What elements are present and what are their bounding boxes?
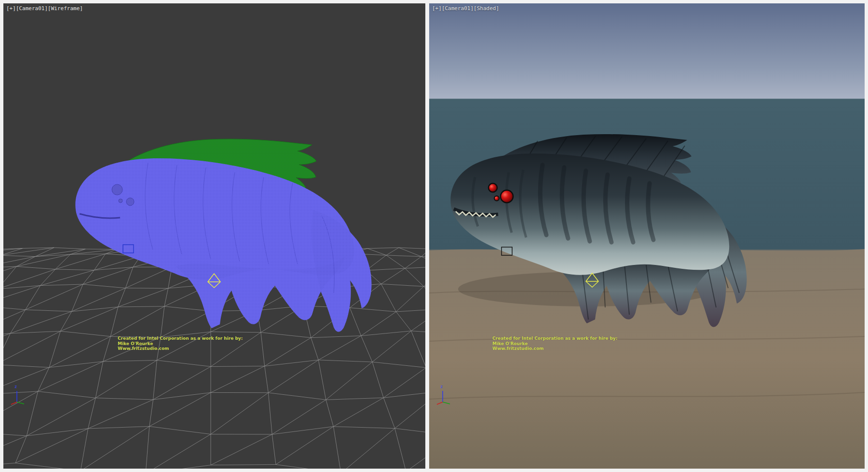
fish-eye	[112, 184, 122, 195]
viewport-shading-mode-button[interactable]: [Shaded]	[474, 5, 499, 12]
credit-line: Www.fritzstudio.com	[492, 346, 617, 351]
x-axis-line	[437, 402, 443, 404]
y-axis-line	[17, 402, 24, 404]
viewport-label: [+][Camera01][Wireframe]	[6, 5, 83, 12]
credit-line: Www.fritzstudio.com	[118, 346, 243, 351]
viewport-label: [+][Camera01][Shaded]	[432, 5, 499, 12]
fish-eye-red	[501, 190, 513, 203]
viewport-shading-mode-button[interactable]: [Wireframe]	[48, 5, 83, 12]
credit-text: Created for Intel Corporation as a work …	[492, 336, 617, 351]
fish-eye-red	[488, 183, 497, 192]
credit-line: Created for Intel Corporation as a work …	[492, 336, 617, 341]
viewport-menu-button[interactable]: [+]	[432, 5, 442, 12]
world-axis-gizmo: z	[435, 386, 455, 407]
viewport-shaded[interactable]: [+][Camera01][Shaded]	[429, 3, 865, 469]
credit-line: Created for Intel Corporation as a work …	[118, 336, 243, 341]
y-axis-line	[443, 402, 450, 404]
fish-eye	[126, 198, 134, 206]
fish-eye-red	[494, 196, 499, 201]
wireframe-canvas[interactable]	[3, 3, 425, 469]
z-axis-label: z	[440, 384, 443, 389]
z-axis-label: z	[14, 384, 17, 389]
world-axis-gizmo: z	[9, 386, 29, 407]
viewport-camera-button[interactable]: [Camera01]	[16, 5, 48, 12]
x-axis-line	[11, 402, 17, 404]
viewport-wireframe[interactable]: [+][Camera01][Wireframe]	[3, 3, 425, 469]
shaded-canvas[interactable]	[429, 3, 865, 469]
credit-text: Created for Intel Corporation as a work …	[118, 336, 243, 351]
viewport-menu-button[interactable]: [+]	[6, 5, 16, 12]
credit-line: Mike O'Rourke	[118, 341, 243, 347]
fish-eye	[119, 199, 122, 203]
viewport-split-frame: [+][Camera01][Wireframe]	[0, 0, 868, 472]
credit-line: Mike O'Rourke	[492, 341, 617, 347]
viewport-camera-button[interactable]: [Camera01]	[442, 5, 474, 12]
